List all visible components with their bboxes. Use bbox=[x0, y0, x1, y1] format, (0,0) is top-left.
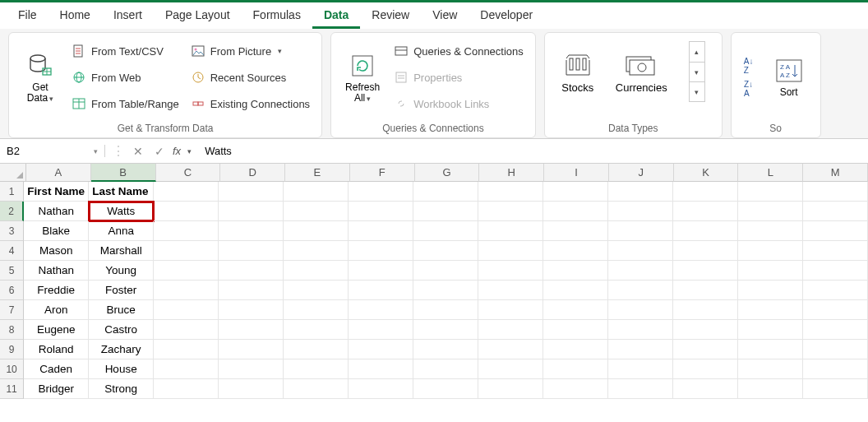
column-header[interactable]: B bbox=[91, 164, 156, 182]
row-header[interactable]: 6 bbox=[0, 281, 24, 300]
row-header[interactable]: 10 bbox=[0, 359, 24, 379]
cell[interactable]: Castro bbox=[89, 320, 154, 340]
cell[interactable]: Anna bbox=[89, 221, 154, 241]
scroll-more-icon[interactable]: ▾ bbox=[690, 81, 704, 101]
from-text-csv-button[interactable]: From Text/CSV bbox=[68, 39, 182, 63]
sort-asc-button[interactable]: A↓Z bbox=[740, 57, 758, 75]
cell[interactable] bbox=[349, 359, 413, 379]
cell[interactable] bbox=[608, 241, 673, 261]
tab-page-layout[interactable]: Page Layout bbox=[154, 3, 242, 29]
cell[interactable] bbox=[413, 182, 478, 202]
existing-connections-button[interactable]: Existing Connections bbox=[187, 91, 313, 116]
cell[interactable] bbox=[803, 261, 868, 281]
cell[interactable] bbox=[154, 261, 219, 281]
data-types-scroll[interactable]: ▴ ▾ ▾ bbox=[689, 41, 705, 102]
cell[interactable]: Bridger bbox=[24, 379, 89, 399]
fx-icon[interactable]: fx bbox=[173, 145, 181, 157]
cell[interactable] bbox=[803, 340, 868, 359]
cell[interactable] bbox=[673, 241, 738, 261]
cell[interactable]: Bruce bbox=[89, 300, 154, 320]
cell[interactable] bbox=[803, 241, 868, 261]
chevron-down-icon[interactable]: ▾ bbox=[94, 147, 98, 155]
tab-insert[interactable]: Insert bbox=[102, 3, 154, 29]
refresh-all-button[interactable]: RefreshAll▾ bbox=[339, 38, 386, 117]
cell[interactable]: Caden bbox=[24, 359, 89, 379]
cell[interactable]: Nathan bbox=[24, 202, 89, 221]
cell[interactable] bbox=[349, 202, 413, 221]
queries-connections-button[interactable]: Queries & Connections bbox=[390, 39, 527, 63]
cell[interactable] bbox=[543, 359, 608, 379]
cell[interactable] bbox=[673, 379, 738, 399]
row-header[interactable]: 11 bbox=[0, 379, 24, 399]
cell[interactable] bbox=[154, 221, 219, 241]
tab-view[interactable]: View bbox=[421, 3, 469, 29]
sort-button[interactable]: Z AA Z Sort bbox=[766, 38, 812, 117]
row-header[interactable]: 9 bbox=[0, 340, 24, 359]
cell[interactable] bbox=[413, 379, 478, 399]
cell[interactable] bbox=[608, 221, 673, 241]
cell[interactable] bbox=[219, 300, 284, 320]
cell[interactable] bbox=[673, 300, 738, 320]
cell[interactable] bbox=[803, 379, 868, 399]
cell[interactable] bbox=[284, 241, 349, 261]
column-header[interactable]: D bbox=[220, 164, 285, 182]
column-header[interactable]: H bbox=[479, 164, 544, 182]
cell[interactable] bbox=[543, 379, 608, 399]
cell[interactable] bbox=[284, 340, 349, 359]
cell[interactable] bbox=[413, 221, 478, 241]
row-header[interactable]: 1 bbox=[0, 182, 24, 202]
cell[interactable] bbox=[284, 379, 349, 399]
cell[interactable] bbox=[284, 261, 349, 281]
row-header[interactable]: 5 bbox=[0, 261, 24, 281]
cell[interactable] bbox=[738, 300, 803, 320]
formula-input[interactable]: Watts bbox=[198, 145, 868, 157]
scroll-up-icon[interactable]: ▴ bbox=[690, 42, 704, 62]
cell[interactable] bbox=[349, 300, 413, 320]
cell[interactable] bbox=[349, 281, 413, 300]
cell[interactable] bbox=[219, 261, 284, 281]
cell[interactable] bbox=[673, 221, 738, 241]
cell[interactable]: Mason bbox=[24, 241, 89, 261]
cell[interactable] bbox=[219, 182, 284, 202]
cell[interactable] bbox=[284, 359, 349, 379]
from-picture-button[interactable]: From Picture▾ bbox=[187, 39, 313, 63]
column-header[interactable]: M bbox=[803, 164, 868, 182]
column-header[interactable]: L bbox=[738, 164, 803, 182]
tab-formulas[interactable]: Formulas bbox=[242, 3, 312, 29]
cell[interactable] bbox=[219, 221, 284, 241]
cell[interactable] bbox=[219, 320, 284, 340]
tab-home[interactable]: Home bbox=[48, 3, 102, 29]
cell[interactable] bbox=[608, 300, 673, 320]
accept-formula-button[interactable]: ✓ bbox=[151, 145, 168, 158]
cell[interactable] bbox=[673, 359, 738, 379]
cell[interactable] bbox=[738, 261, 803, 281]
cell[interactable] bbox=[219, 340, 284, 359]
cell[interactable] bbox=[803, 221, 868, 241]
cell[interactable] bbox=[219, 359, 284, 379]
column-header[interactable]: I bbox=[544, 164, 609, 182]
column-header[interactable]: F bbox=[350, 164, 415, 182]
cell[interactable]: House bbox=[89, 359, 154, 379]
cell[interactable] bbox=[673, 261, 738, 281]
get-data-button[interactable]: GetData▾ bbox=[17, 38, 63, 117]
cell[interactable] bbox=[543, 281, 608, 300]
cell[interactable]: Roland bbox=[24, 340, 89, 359]
row-header[interactable]: 4 bbox=[0, 241, 24, 261]
cell[interactable] bbox=[673, 281, 738, 300]
cell[interactable] bbox=[154, 182, 219, 202]
cell[interactable] bbox=[478, 340, 543, 359]
cell[interactable] bbox=[543, 340, 608, 359]
cell[interactable] bbox=[608, 340, 673, 359]
cell[interactable] bbox=[738, 241, 803, 261]
column-header[interactable]: C bbox=[156, 164, 221, 182]
cell[interactable] bbox=[219, 202, 284, 221]
sort-desc-button[interactable]: Z↓A bbox=[740, 80, 758, 98]
cell[interactable] bbox=[738, 281, 803, 300]
cell[interactable] bbox=[673, 202, 738, 221]
cell[interactable] bbox=[284, 281, 349, 300]
cell[interactable] bbox=[738, 359, 803, 379]
cell[interactable] bbox=[413, 359, 478, 379]
cell[interactable] bbox=[349, 261, 413, 281]
cell[interactable] bbox=[478, 281, 543, 300]
cell[interactable]: Marshall bbox=[89, 241, 154, 261]
